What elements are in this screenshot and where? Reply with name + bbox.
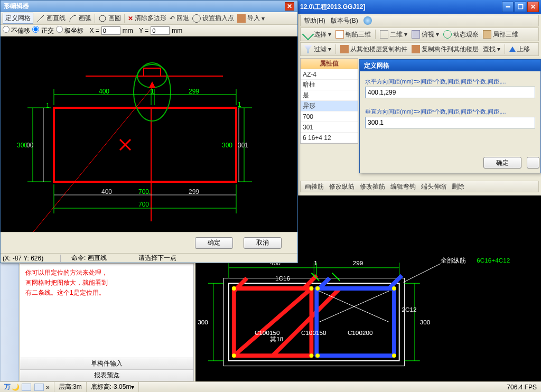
lt-delete[interactable]: 删除: [452, 182, 464, 191]
define-grid-title[interactable]: 定义网格: [360, 60, 540, 71]
svg-text:400: 400: [99, 88, 109, 95]
opt-ortho[interactable]: 正交: [32, 26, 53, 35]
svg-point-22: [392, 353, 396, 358]
report-preview-button[interactable]: 报表预览: [20, 369, 193, 381]
tb-dynamic[interactable]: 动态观察: [443, 30, 479, 39]
opt-polar[interactable]: 极坐标: [56, 26, 83, 35]
tb-select[interactable]: 选择▾: [304, 30, 331, 39]
editor-toolbar-2: 不偏移 正交 极坐标 X = mm Y = mm: [1, 25, 297, 36]
left-panel: 你可以用定位的方法来处理， 画网格时把图放大，就能看到 有二条线。这个1是定位用…: [20, 263, 194, 381]
tb-drawline[interactable]: 画直线: [36, 14, 66, 23]
tb-copy-to[interactable]: 复制构件到其他楼层: [412, 45, 479, 54]
y-input[interactable]: [151, 26, 170, 35]
x-input[interactable]: [101, 26, 120, 35]
svg-line-23: [403, 264, 440, 282]
svg-text:00: 00: [26, 142, 34, 149]
minimize-button[interactable]: ━: [502, 2, 514, 12]
status-bottom-elev: 底标高:-3.05m ▾: [87, 382, 139, 392]
property-grid: 属性值 AZ-4 暗柱 是 异形 700 301 6 16+4 12: [300, 58, 358, 144]
dim-one: 1: [314, 259, 318, 266]
lt-edit-hook[interactable]: 编辑弯钩: [390, 182, 416, 191]
editor-cmd-label: 命令: 画直线: [71, 254, 107, 263]
lt-modify-stirrup[interactable]: 修改箍筋: [360, 182, 385, 191]
editor-cancel-button[interactable]: 取消: [244, 237, 282, 249]
define-grid-dialog: 定义网格 水平方向间距(mm)=>间距*个数,间距,间距*个数,间距,... 垂…: [359, 59, 541, 173]
lt-end-stretch[interactable]: 端头伸缩: [421, 182, 446, 191]
dim-hl: 300: [198, 319, 208, 325]
single-component-button[interactable]: 单构件输入: [20, 358, 193, 369]
lt-modify-long[interactable]: 修改纵筋: [329, 182, 355, 191]
separator: [375, 30, 376, 39]
editor-toolbar-1: 定义网格 画直线 画弧 画圆 ✕ 清除多边形 ↶ 回退 设置插入点 导入 ▾: [1, 12, 297, 25]
tb-local3d[interactable]: 局部三维: [483, 30, 518, 39]
dim-hr: 300: [420, 319, 431, 325]
annotation-text: 你可以用定位的方法来处理， 画网格时把图放大，就能看到 有二条线。这个1是定位用…: [20, 264, 193, 303]
opt-nooffset[interactable]: 不偏移: [3, 26, 30, 35]
main-toolbar-2: 过滤▾ 从其他楼层复制构件 复制构件到其他楼层 查找▾ 上移: [300, 42, 539, 56]
editor-cad-viewport[interactable]: 400 1 299 400 299 700, 700 300 00 1 300 …: [1, 36, 297, 232]
grid-next-button[interactable]: [527, 157, 539, 169]
x-icon: ✕: [128, 15, 133, 22]
editor-status: (X: -87 Y: 626) 命令: 画直线 请选择下一点: [1, 253, 297, 263]
svg-text:700,: 700,: [138, 188, 151, 195]
grid-h-input[interactable]: [365, 87, 535, 98]
prop-row[interactable]: 6 16+4 12: [301, 133, 358, 143]
svg-point-19: [315, 286, 320, 291]
tb-find[interactable]: 查找▾: [483, 45, 500, 54]
status-bar: 万 🌙 » 层高:3m 底标高:-3.05m ▾ 706.4 FPS: [0, 381, 541, 392]
undo-icon: ↶: [170, 15, 175, 22]
tb-drawrect[interactable]: 画圆: [98, 14, 121, 23]
close-button[interactable]: ✕: [527, 2, 539, 12]
svg-point-20: [392, 286, 396, 291]
svg-point-27: [99, 15, 106, 22]
all-rebar-label: 全部纵筋: [441, 257, 466, 264]
menu-help[interactable]: 帮助(H): [304, 16, 325, 25]
prop-row[interactable]: 异形: [301, 101, 358, 111]
tb-copy-from[interactable]: 从其他楼层复制构件: [340, 45, 407, 54]
maximize-button[interactable]: ❐: [515, 2, 526, 12]
editor-coords: (X: -87 Y: 626): [3, 255, 61, 262]
tb-rebar3d[interactable]: 钢筋三维: [335, 30, 371, 39]
globe-icon[interactable]: [363, 16, 372, 25]
editor-titlebar[interactable]: 形编辑器 ✕: [1, 1, 297, 12]
box-icon: [483, 30, 491, 39]
cursor-icon: [302, 29, 314, 41]
moon-icon[interactable]: 🌙: [12, 384, 20, 391]
tb-moveup[interactable]: 上移: [509, 45, 530, 54]
tb-defgrid[interactable]: 定义网格: [3, 13, 33, 24]
menu-version[interactable]: 版本号(B): [331, 16, 358, 25]
lbl-extra: 其18: [270, 335, 284, 342]
prop-row[interactable]: 301: [301, 122, 358, 133]
prop-row[interactable]: AZ-4: [301, 69, 358, 80]
lt-drawstirrup[interactable]: 画箍筋: [305, 182, 324, 191]
left-side-tabs[interactable]: [0, 263, 19, 381]
status-floor-h: 层高:3m: [54, 382, 87, 392]
chevron-icon[interactable]: »: [46, 384, 50, 391]
tb-clearpoly[interactable]: ✕ 清除多边形: [128, 14, 166, 23]
editor-ok-button[interactable]: 确定: [195, 237, 233, 249]
tb-overhead[interactable]: 俯视▾: [412, 30, 439, 39]
tb-insertpt[interactable]: 设置插入点: [192, 14, 234, 23]
shape-editor-dialog: 形编辑器 ✕ 定义网格 画直线 画弧 画圆 ✕ 清除多边形 ↶ 回退 设置插入点…: [0, 0, 298, 263]
tb-2d[interactable]: 二维▾: [380, 30, 407, 39]
tb-import[interactable]: 导入 ▾: [237, 14, 265, 23]
grid-ok-button[interactable]: 确定: [483, 157, 521, 169]
tb-filter[interactable]: 过滤▾: [304, 45, 331, 54]
editor-prompt: 请选择下一点: [138, 254, 176, 263]
tb-undo[interactable]: ↶ 回退: [170, 14, 189, 23]
funnel-icon: [304, 45, 312, 53]
status-mini-2[interactable]: [34, 384, 44, 391]
tb-drawarc[interactable]: 画弧: [69, 14, 91, 23]
status-icons: 万 🌙 »: [0, 382, 54, 392]
lbl-c100r: C100200: [348, 329, 373, 336]
wan-icon[interactable]: 万: [4, 382, 11, 391]
prop-row[interactable]: 是: [301, 90, 358, 101]
editor-close-button[interactable]: ✕: [285, 2, 294, 11]
grid-v-input[interactable]: [365, 117, 535, 128]
status-mini-1[interactable]: [22, 384, 31, 391]
grid-v-label: 垂直方向间距(mm)=>间距*个数,间距,间距*个数,间距,...: [365, 108, 535, 116]
prop-row[interactable]: 暗柱: [301, 80, 358, 90]
prop-row[interactable]: 700: [301, 111, 358, 122]
lbl-2c12: 2C12: [402, 306, 417, 313]
orbit-icon: [443, 30, 452, 39]
